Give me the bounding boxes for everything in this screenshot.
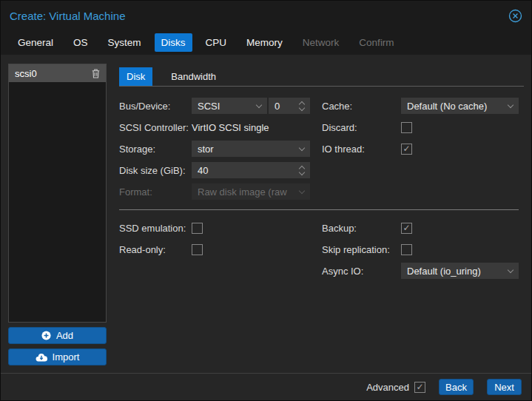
disk-size-stepper[interactable]: 40 (192, 162, 310, 178)
close-icon[interactable] (508, 9, 522, 23)
disk-size-value: 40 (198, 165, 208, 176)
cache-select-value: Default (No cache) (407, 101, 487, 112)
row-asyncio: Async IO: Default (io_uring) (119, 263, 524, 279)
spinner-arrows-icon[interactable] (300, 166, 304, 175)
ssd-emulation-label: SSD emulation: (119, 223, 192, 234)
spinner-arrows-icon[interactable] (300, 102, 304, 110)
row-busdevice-cache: Bus/Device: SCSI 0 (119, 98, 524, 114)
row-ssd-backup: SSD emulation: Backup: ✓ (119, 220, 524, 236)
io-thread-checkbox[interactable]: ✓ (401, 144, 412, 155)
tab-memory[interactable]: Memory (240, 33, 289, 52)
skip-replication-checkbox[interactable] (401, 244, 412, 255)
disk-subtabs: Disk Bandwidth (119, 67, 524, 87)
row-disksize: Disk size (GiB): 40 (119, 162, 524, 178)
advanced-checkbox[interactable]: ✓ (414, 382, 425, 393)
disk-list-item-scsi0[interactable]: scsi0 (9, 64, 106, 82)
chevron-down-icon (256, 101, 262, 107)
chevron-down-icon (299, 144, 305, 150)
device-number-value: 0 (275, 101, 280, 112)
row-controller-discard: SCSI Controller: VirtIO SCSI single Disc… (119, 119, 524, 135)
tab-confirm: Confirm (352, 33, 400, 52)
io-thread-label: IO thread: (322, 144, 401, 155)
subtab-disk[interactable]: Disk (119, 67, 152, 86)
create-vm-dialog: Create: Virtual Machine General OS Syste… (0, 0, 532, 401)
ssd-emulation-checkbox[interactable] (192, 223, 203, 234)
chevron-down-icon (299, 187, 305, 193)
disk-size-label: Disk size (GiB): (119, 165, 192, 176)
subtab-bandwidth[interactable]: Bandwidth (164, 67, 223, 86)
bus-select[interactable]: SCSI (192, 98, 267, 114)
row-format: Format: Raw disk image (raw (119, 183, 524, 200)
disk-sidebar: scsi0 Add (8, 64, 107, 365)
cloud-import-icon (36, 353, 47, 362)
format-select-value: Raw disk image (raw (198, 186, 287, 198)
discard-checkbox[interactable] (401, 122, 412, 133)
tab-general[interactable]: General (11, 33, 60, 52)
backup-checkbox[interactable]: ✓ (401, 223, 412, 234)
async-io-select-value: Default (io_uring) (407, 266, 481, 277)
chevron-down-icon (508, 266, 514, 272)
disk-item-label: scsi0 (15, 68, 37, 79)
device-number-stepper[interactable]: 0 (269, 98, 310, 114)
skip-replication-label: Skip replication: (322, 244, 401, 255)
scsi-controller-label: SCSI Controller: (119, 122, 192, 133)
add-button[interactable]: Add (8, 327, 107, 344)
cache-select[interactable]: Default (No cache) (401, 98, 519, 114)
tab-os[interactable]: OS (67, 33, 95, 52)
next-button[interactable]: Next (487, 379, 522, 395)
disk-form: Bus/Device: SCSI 0 (119, 87, 524, 284)
async-io-label: Async IO: (322, 266, 401, 277)
discard-label: Discard: (322, 122, 401, 133)
storage-select[interactable]: stor (192, 141, 310, 157)
advanced-label: Advanced (366, 382, 409, 393)
plus-circle-icon (41, 331, 51, 340)
bus-device-label: Bus/Device: (119, 101, 192, 112)
read-only-label: Read-only: (119, 244, 192, 255)
tab-disks[interactable]: Disks (155, 33, 192, 52)
disk-settings-panel: Disk Bandwidth Bus/Device: SCSI (119, 64, 524, 365)
row-storage-iothread: Storage: stor IO thread: ✓ (119, 141, 524, 157)
format-select: Raw disk image (raw (192, 183, 310, 200)
read-only-checkbox[interactable] (192, 244, 203, 255)
trash-icon[interactable] (92, 69, 100, 78)
dialog-body: scsi0 Add (1, 55, 531, 373)
back-button[interactable]: Back (439, 379, 474, 395)
async-io-select[interactable]: Default (io_uring) (401, 263, 519, 279)
tab-system[interactable]: System (101, 33, 148, 52)
storage-select-value: stor (198, 144, 214, 155)
dialog-title: Create: Virtual Machine (10, 10, 125, 22)
dialog-footer: Advanced ✓ Back Next (1, 373, 531, 400)
import-button-label: Import (53, 351, 80, 363)
scsi-controller-value: VirtIO SCSI single (192, 122, 269, 133)
wizard-tabbar: General OS System Disks CPU Memory Netwo… (1, 30, 531, 55)
import-button[interactable]: Import (8, 348, 107, 365)
chevron-down-icon (508, 101, 514, 107)
backup-label: Backup: (322, 223, 401, 234)
tab-cpu[interactable]: CPU (199, 33, 234, 52)
row-readonly-skiprepl: Read-only: Skip replication: (119, 241, 524, 257)
bus-select-value: SCSI (198, 101, 220, 112)
dialog-titlebar: Create: Virtual Machine (1, 1, 531, 30)
format-label: Format: (119, 186, 192, 198)
cache-label: Cache: (322, 101, 401, 112)
tab-network: Network (296, 33, 346, 52)
section-divider (119, 209, 519, 210)
storage-label: Storage: (119, 144, 192, 155)
disk-list: scsi0 (8, 64, 107, 323)
add-button-label: Add (56, 330, 73, 341)
